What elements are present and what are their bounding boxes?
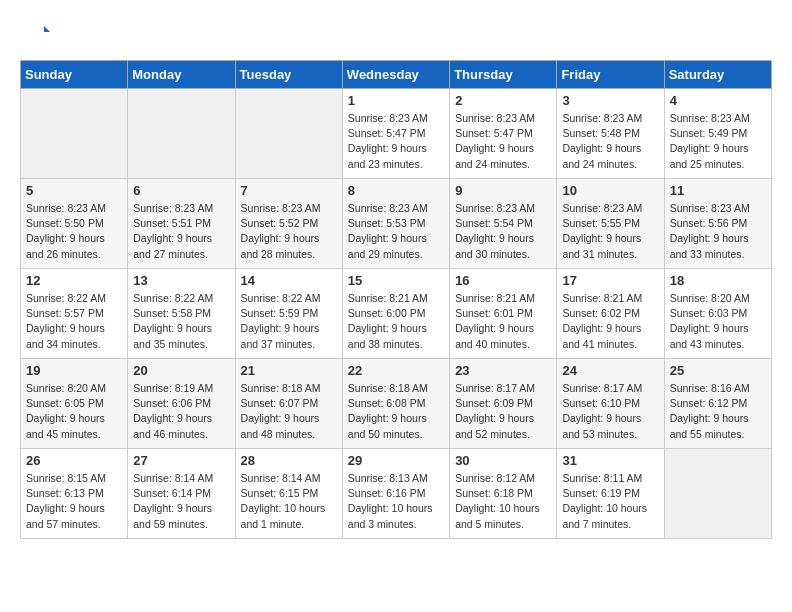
day-info: Sunrise: 8:17 AM Sunset: 6:09 PM Dayligh… (455, 381, 551, 442)
day-number: 10 (562, 183, 658, 198)
calendar-cell: 24Sunrise: 8:17 AM Sunset: 6:10 PM Dayli… (557, 359, 664, 449)
calendar-cell: 10Sunrise: 8:23 AM Sunset: 5:55 PM Dayli… (557, 179, 664, 269)
page-header (20, 20, 772, 50)
day-info: Sunrise: 8:20 AM Sunset: 6:03 PM Dayligh… (670, 291, 766, 352)
calendar-cell: 6Sunrise: 8:23 AM Sunset: 5:51 PM Daylig… (128, 179, 235, 269)
calendar-cell: 14Sunrise: 8:22 AM Sunset: 5:59 PM Dayli… (235, 269, 342, 359)
calendar-cell: 11Sunrise: 8:23 AM Sunset: 5:56 PM Dayli… (664, 179, 771, 269)
day-number: 24 (562, 363, 658, 378)
calendar-cell: 3Sunrise: 8:23 AM Sunset: 5:48 PM Daylig… (557, 89, 664, 179)
day-header-wednesday: Wednesday (342, 61, 449, 89)
logo (20, 20, 54, 50)
day-number: 31 (562, 453, 658, 468)
day-info: Sunrise: 8:18 AM Sunset: 6:08 PM Dayligh… (348, 381, 444, 442)
day-number: 8 (348, 183, 444, 198)
day-header-friday: Friday (557, 61, 664, 89)
day-number: 13 (133, 273, 229, 288)
calendar-cell: 23Sunrise: 8:17 AM Sunset: 6:09 PM Dayli… (450, 359, 557, 449)
calendar-cell: 19Sunrise: 8:20 AM Sunset: 6:05 PM Dayli… (21, 359, 128, 449)
calendar-cell: 15Sunrise: 8:21 AM Sunset: 6:00 PM Dayli… (342, 269, 449, 359)
calendar-cell: 26Sunrise: 8:15 AM Sunset: 6:13 PM Dayli… (21, 449, 128, 539)
calendar-cell: 13Sunrise: 8:22 AM Sunset: 5:58 PM Dayli… (128, 269, 235, 359)
day-number: 23 (455, 363, 551, 378)
calendar-cell: 2Sunrise: 8:23 AM Sunset: 5:47 PM Daylig… (450, 89, 557, 179)
day-info: Sunrise: 8:11 AM Sunset: 6:19 PM Dayligh… (562, 471, 658, 532)
calendar-cell (664, 449, 771, 539)
svg-rect-0 (20, 20, 50, 50)
day-number: 3 (562, 93, 658, 108)
day-info: Sunrise: 8:17 AM Sunset: 6:10 PM Dayligh… (562, 381, 658, 442)
day-header-monday: Monday (128, 61, 235, 89)
day-info: Sunrise: 8:23 AM Sunset: 5:47 PM Dayligh… (348, 111, 444, 172)
day-info: Sunrise: 8:21 AM Sunset: 6:00 PM Dayligh… (348, 291, 444, 352)
day-info: Sunrise: 8:23 AM Sunset: 5:48 PM Dayligh… (562, 111, 658, 172)
day-info: Sunrise: 8:23 AM Sunset: 5:56 PM Dayligh… (670, 201, 766, 262)
day-info: Sunrise: 8:16 AM Sunset: 6:12 PM Dayligh… (670, 381, 766, 442)
calendar-cell: 20Sunrise: 8:19 AM Sunset: 6:06 PM Dayli… (128, 359, 235, 449)
calendar-cell: 25Sunrise: 8:16 AM Sunset: 6:12 PM Dayli… (664, 359, 771, 449)
calendar-week-4: 19Sunrise: 8:20 AM Sunset: 6:05 PM Dayli… (21, 359, 772, 449)
calendar-week-1: 1Sunrise: 8:23 AM Sunset: 5:47 PM Daylig… (21, 89, 772, 179)
calendar-cell: 29Sunrise: 8:13 AM Sunset: 6:16 PM Dayli… (342, 449, 449, 539)
day-info: Sunrise: 8:14 AM Sunset: 6:14 PM Dayligh… (133, 471, 229, 532)
day-number: 5 (26, 183, 122, 198)
calendar-cell: 17Sunrise: 8:21 AM Sunset: 6:02 PM Dayli… (557, 269, 664, 359)
day-info: Sunrise: 8:13 AM Sunset: 6:16 PM Dayligh… (348, 471, 444, 532)
day-number: 1 (348, 93, 444, 108)
day-header-sunday: Sunday (21, 61, 128, 89)
day-info: Sunrise: 8:20 AM Sunset: 6:05 PM Dayligh… (26, 381, 122, 442)
calendar-cell: 8Sunrise: 8:23 AM Sunset: 5:53 PM Daylig… (342, 179, 449, 269)
calendar-cell: 18Sunrise: 8:20 AM Sunset: 6:03 PM Dayli… (664, 269, 771, 359)
calendar-week-5: 26Sunrise: 8:15 AM Sunset: 6:13 PM Dayli… (21, 449, 772, 539)
day-info: Sunrise: 8:23 AM Sunset: 5:52 PM Dayligh… (241, 201, 337, 262)
calendar-cell (128, 89, 235, 179)
day-info: Sunrise: 8:22 AM Sunset: 5:59 PM Dayligh… (241, 291, 337, 352)
day-info: Sunrise: 8:19 AM Sunset: 6:06 PM Dayligh… (133, 381, 229, 442)
day-header-tuesday: Tuesday (235, 61, 342, 89)
day-header-thursday: Thursday (450, 61, 557, 89)
calendar-cell: 31Sunrise: 8:11 AM Sunset: 6:19 PM Dayli… (557, 449, 664, 539)
day-info: Sunrise: 8:12 AM Sunset: 6:18 PM Dayligh… (455, 471, 551, 532)
day-number: 9 (455, 183, 551, 198)
calendar-cell: 28Sunrise: 8:14 AM Sunset: 6:15 PM Dayli… (235, 449, 342, 539)
calendar-cell: 12Sunrise: 8:22 AM Sunset: 5:57 PM Dayli… (21, 269, 128, 359)
calendar-cell: 22Sunrise: 8:18 AM Sunset: 6:08 PM Dayli… (342, 359, 449, 449)
day-number: 20 (133, 363, 229, 378)
calendar-week-3: 12Sunrise: 8:22 AM Sunset: 5:57 PM Dayli… (21, 269, 772, 359)
calendar-cell: 27Sunrise: 8:14 AM Sunset: 6:14 PM Dayli… (128, 449, 235, 539)
day-info: Sunrise: 8:23 AM Sunset: 5:47 PM Dayligh… (455, 111, 551, 172)
day-number: 14 (241, 273, 337, 288)
day-info: Sunrise: 8:23 AM Sunset: 5:54 PM Dayligh… (455, 201, 551, 262)
day-info: Sunrise: 8:21 AM Sunset: 6:01 PM Dayligh… (455, 291, 551, 352)
day-number: 25 (670, 363, 766, 378)
day-header-saturday: Saturday (664, 61, 771, 89)
day-info: Sunrise: 8:23 AM Sunset: 5:55 PM Dayligh… (562, 201, 658, 262)
day-info: Sunrise: 8:23 AM Sunset: 5:53 PM Dayligh… (348, 201, 444, 262)
calendar-cell: 4Sunrise: 8:23 AM Sunset: 5:49 PM Daylig… (664, 89, 771, 179)
day-info: Sunrise: 8:14 AM Sunset: 6:15 PM Dayligh… (241, 471, 337, 532)
day-number: 2 (455, 93, 551, 108)
day-info: Sunrise: 8:23 AM Sunset: 5:49 PM Dayligh… (670, 111, 766, 172)
day-number: 11 (670, 183, 766, 198)
calendar-header-row: SundayMondayTuesdayWednesdayThursdayFrid… (21, 61, 772, 89)
calendar-cell (21, 89, 128, 179)
day-number: 26 (26, 453, 122, 468)
day-number: 28 (241, 453, 337, 468)
day-info: Sunrise: 8:22 AM Sunset: 5:58 PM Dayligh… (133, 291, 229, 352)
calendar-table: SundayMondayTuesdayWednesdayThursdayFrid… (20, 60, 772, 539)
day-number: 12 (26, 273, 122, 288)
day-number: 27 (133, 453, 229, 468)
day-number: 17 (562, 273, 658, 288)
day-info: Sunrise: 8:23 AM Sunset: 5:51 PM Dayligh… (133, 201, 229, 262)
day-number: 30 (455, 453, 551, 468)
day-number: 15 (348, 273, 444, 288)
calendar-cell: 9Sunrise: 8:23 AM Sunset: 5:54 PM Daylig… (450, 179, 557, 269)
day-number: 21 (241, 363, 337, 378)
day-number: 19 (26, 363, 122, 378)
day-number: 29 (348, 453, 444, 468)
day-info: Sunrise: 8:23 AM Sunset: 5:50 PM Dayligh… (26, 201, 122, 262)
calendar-cell: 30Sunrise: 8:12 AM Sunset: 6:18 PM Dayli… (450, 449, 557, 539)
day-number: 4 (670, 93, 766, 108)
day-number: 7 (241, 183, 337, 198)
day-info: Sunrise: 8:15 AM Sunset: 6:13 PM Dayligh… (26, 471, 122, 532)
